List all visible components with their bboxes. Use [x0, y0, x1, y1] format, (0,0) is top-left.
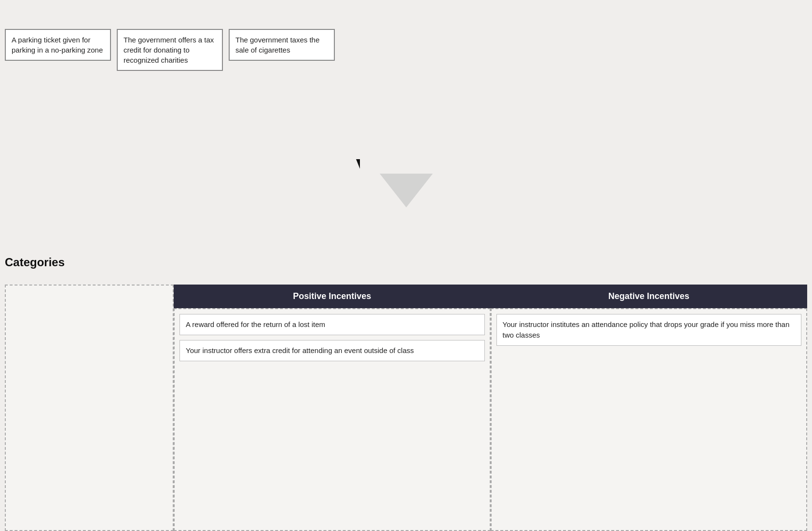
positive-item-1[interactable]: Your instructor offers extra credit for …: [179, 340, 485, 361]
drag-card-cigarettes-text: The government taxes the sale of cigaret…: [235, 36, 319, 54]
positive-item-1-text: Your instructor offers extra credit for …: [186, 346, 414, 354]
negative-item-0[interactable]: Your instructor institutes an attendance…: [496, 314, 802, 346]
positive-incentives-column: Positive Incentives A reward offered for…: [174, 285, 491, 531]
drag-cards-area: A parking ticket given for parking in a …: [5, 29, 807, 71]
positive-incentives-body[interactable]: A reward offered for the return of a los…: [174, 308, 491, 531]
negative-item-0-text: Your instructor institutes an attendance…: [503, 320, 790, 339]
arrow-down-icon: [380, 174, 433, 207]
drag-card-tax-credit[interactable]: The government offers a tax credit for d…: [117, 29, 223, 71]
positive-item-0[interactable]: A reward offered for the return of a los…: [179, 314, 485, 335]
drop-zone-container: Positive Incentives A reward offered for…: [0, 285, 812, 531]
positive-incentives-header: Positive Incentives: [174, 285, 491, 308]
drag-card-cigarettes[interactable]: The government taxes the sale of cigaret…: [229, 29, 335, 61]
categories-label: Categories: [5, 256, 65, 269]
drop-zone-empty-left[interactable]: [5, 285, 174, 531]
mouse-cursor-icon: [356, 159, 360, 169]
drag-card-parking[interactable]: A parking ticket given for parking in a …: [5, 29, 111, 61]
drag-card-tax-credit-text: The government offers a tax credit for d…: [124, 36, 214, 64]
negative-incentives-header: Negative Incentives: [491, 285, 808, 308]
positive-item-0-text: A reward offered for the return of a los…: [186, 320, 325, 328]
negative-incentives-column: Negative Incentives Your instructor inst…: [491, 285, 808, 531]
drag-card-parking-text: A parking ticket given for parking in a …: [12, 36, 103, 54]
negative-incentives-body[interactable]: Your instructor institutes an attendance…: [491, 308, 808, 531]
